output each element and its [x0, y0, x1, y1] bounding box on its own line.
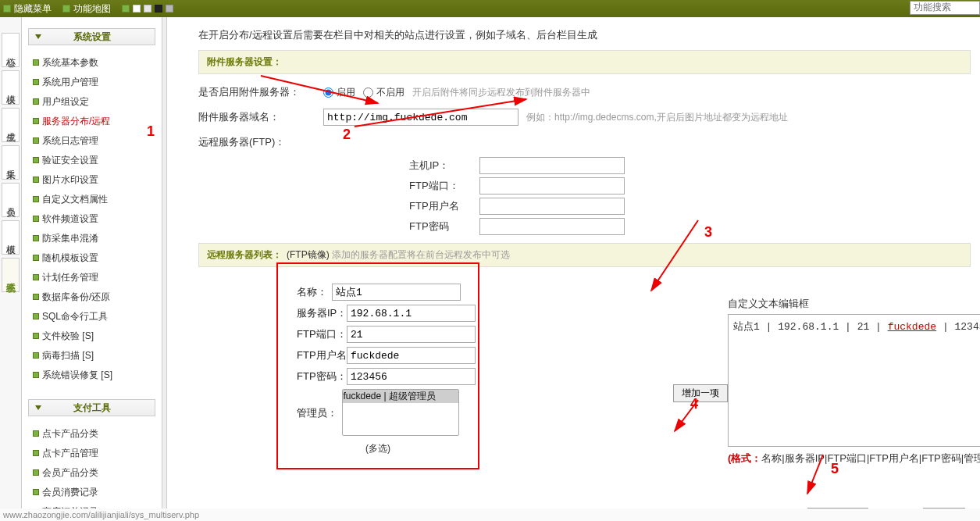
ftp-host-input[interactable]	[479, 157, 625, 174]
sidebar-item[interactable]: 系统错误修复 [S]	[22, 366, 162, 385]
name-input[interactable]	[332, 284, 461, 301]
rail-generate[interactable]: 生成	[2, 108, 20, 142]
sidebar-item-active[interactable]: 服务器分布/远程	[22, 112, 162, 131]
ftp-user-label: FTP用户名	[409, 199, 479, 213]
rail-core[interactable]: 核心	[2, 33, 20, 67]
format-prefix: (格式：	[728, 452, 761, 464]
format-body: 名称|服务器IP|FTP端口|FTP用户名|FTP密码|管理员,每行一条，以",…	[761, 452, 980, 464]
statusbar: www.zhaozongjie.com/alilijianjiali/sys_m…	[0, 509, 980, 517]
theme-grey-icon[interactable]	[166, 5, 173, 12]
sidebar-item[interactable]: 病毒扫描 [S]	[22, 346, 162, 366]
multi-hint: (多选)	[297, 442, 459, 455]
domain-input[interactable]	[323, 109, 519, 126]
rail-template[interactable]: 模板	[2, 220, 20, 255]
sidebar-item[interactable]: 图片水印设置	[22, 170, 162, 190]
add-item-button[interactable]: 增加一项	[673, 384, 728, 402]
row-ftp: 远程服务器(FTP)：	[198, 130, 971, 154]
domain-label: 附件服务器域名：	[198, 110, 323, 124]
search-input[interactable]	[910, 1, 980, 15]
editor-box[interactable]: 站点1 | 192.68.1.1 | 21 | fuckdede | 12345…	[728, 314, 980, 447]
ftp-label: 远程服务器(FTP)：	[198, 135, 323, 149]
func-map-label: 功能地图	[73, 2, 111, 16]
sidebar-list-payment: 点卡产品分类 点卡产品管理 会员产品分类 会员消费记录 商店订单记录	[22, 424, 162, 517]
port-input[interactable]	[347, 326, 476, 343]
tok: 123456	[954, 321, 980, 333]
ip-input[interactable]	[347, 305, 476, 322]
sidebar: 系统设置 系统基本参数 系统用户管理 用户组设定 服务器分布/远程 系统日志管理…	[22, 17, 162, 517]
ip-label: 服务器IP：	[297, 306, 342, 320]
sidebar-item[interactable]: SQL命令行工具	[22, 307, 162, 327]
sidebar-item[interactable]: 验证安全设置	[22, 151, 162, 170]
sidebar-group-system[interactable]: 系统设置	[28, 28, 155, 45]
sidebar-item[interactable]: 点卡产品管理	[22, 444, 162, 463]
svg-line-3	[675, 400, 698, 431]
sidebar-item[interactable]: 系统用户管理	[22, 73, 162, 92]
admin-select[interactable]: fuckdede | 超级管理员	[342, 389, 459, 436]
sidebar-item[interactable]: 系统日志管理	[22, 131, 162, 151]
enable-label: 是否启用附件服务器：	[198, 85, 323, 99]
rail-system[interactable]: 系统	[2, 258, 20, 292]
main-content: 在开启分布/远程设置后需要在栏目中对相关的站点进行设置，例如子域名、后台栏目生成…	[167, 17, 980, 517]
intro-text: 在开启分布/远程设置后需要在栏目中对相关的站点进行设置，例如子域名、后台栏目生成	[198, 28, 971, 42]
ftp-pass-label: FTP密码	[409, 219, 479, 234]
sidebar-item[interactable]: 用户组设定	[22, 92, 162, 112]
sidebar-item[interactable]: 计划任务管理	[22, 268, 162, 287]
tok-error: fuckdede	[888, 321, 936, 333]
domain-hint: 例如：http://img.dedecms.com,开启后图片地址都变为远程地址	[526, 111, 788, 124]
search-wrapper	[910, 1, 980, 15]
sidebar-item[interactable]: 点卡产品分类	[22, 424, 162, 444]
section-attach-title: 附件服务器设置：	[198, 50, 971, 74]
radio-disable[interactable]	[363, 87, 373, 98]
ftp-block: 主机IP： FTP端口： FTP用户名 FTP密码	[409, 157, 971, 235]
admin-option[interactable]: fuckdede | 超级管理员	[343, 390, 458, 403]
ftp-port-label: FTP端口：	[409, 179, 479, 193]
rail-module[interactable]: 模块	[2, 70, 20, 105]
sidebar-item[interactable]: 系统基本参数	[22, 53, 162, 73]
enable-hint: 开启后附件将同步远程发布到附件服务器中	[412, 86, 590, 99]
square-icon	[3, 5, 11, 12]
sidebar-item[interactable]: 自定义文档属性	[22, 190, 162, 209]
user-input[interactable]	[347, 347, 476, 364]
theme-teal-icon[interactable]	[144, 5, 151, 12]
ftp-port-input[interactable]	[479, 177, 625, 194]
theme-white-icon[interactable]	[133, 5, 141, 12]
format-hint: (格式：名称|服务器IP|FTP端口|FTP用户名|FTP密码|管理员,每行一条…	[728, 451, 980, 466]
theme-green-icon[interactable]	[122, 5, 130, 12]
name-label: 名称：	[297, 285, 327, 299]
radio-enable-label: 启用	[337, 86, 355, 99]
list-title-text: 远程服务器列表：	[207, 248, 282, 262]
radio-enable[interactable]	[323, 87, 333, 98]
tok: 站点1	[733, 321, 760, 333]
list-sub-prefix: (FTP镜像)	[287, 249, 330, 260]
row-domain: 附件服务器域名： 例如：http://img.dedecms.com,开启后图片…	[198, 104, 971, 130]
hide-menu-label: 隐藏菜单	[14, 2, 52, 16]
ftp-host-label: 主机IP：	[409, 159, 479, 173]
pass-label: FTP密码：	[297, 369, 342, 384]
sidebar-group-payment[interactable]: 支付工具	[28, 399, 155, 416]
sidebar-item[interactable]: 防采集串混淆	[22, 229, 162, 248]
rail-member[interactable]: 会员	[2, 183, 20, 217]
sidebar-item[interactable]: 文件校验 [S]	[22, 327, 162, 346]
radio-enable-wrap[interactable]: 启用	[323, 86, 355, 99]
func-map-button[interactable]: 功能地图	[62, 2, 111, 16]
pass-input[interactable]	[347, 368, 476, 385]
sidebar-item[interactable]: 会员消费记录	[22, 483, 162, 502]
sidebar-item[interactable]: 会员产品分类	[22, 463, 162, 483]
row-enable: 是否启用附件服务器： 启用 不启用 开启后附件将同步远程发布到附件服务器中	[198, 80, 971, 104]
radio-disable-wrap[interactable]: 不启用	[363, 86, 404, 99]
sidebar-item[interactable]: 随机模板设置	[22, 248, 162, 268]
ftp-user-input[interactable]	[479, 198, 625, 215]
theme-black-icon[interactable]	[155, 5, 162, 12]
custom-editor: 自定义文本编辑框 站点1 | 192.68.1.1 | 21 | fuckded…	[728, 297, 980, 466]
sidebar-item[interactable]: 数据库备份/还原	[22, 287, 162, 307]
radio-disable-label: 不启用	[376, 86, 404, 99]
sidebar-item[interactable]: 软件频道设置	[22, 209, 162, 229]
port-label: FTP端口：	[297, 327, 342, 341]
hide-menu-button[interactable]: 隐藏菜单	[3, 2, 52, 16]
theme-switcher[interactable]	[122, 5, 173, 12]
tok: 21	[857, 321, 870, 333]
ftp-pass-input[interactable]	[479, 218, 625, 235]
rail-collect[interactable]: 采集	[2, 145, 20, 180]
sidebar-list-system: 系统基本参数 系统用户管理 用户组设定 服务器分布/远程 系统日志管理 验证安全…	[22, 53, 162, 385]
list-sub-hint: 添加的服务器配置将在前台远程发布中可选	[332, 249, 510, 260]
